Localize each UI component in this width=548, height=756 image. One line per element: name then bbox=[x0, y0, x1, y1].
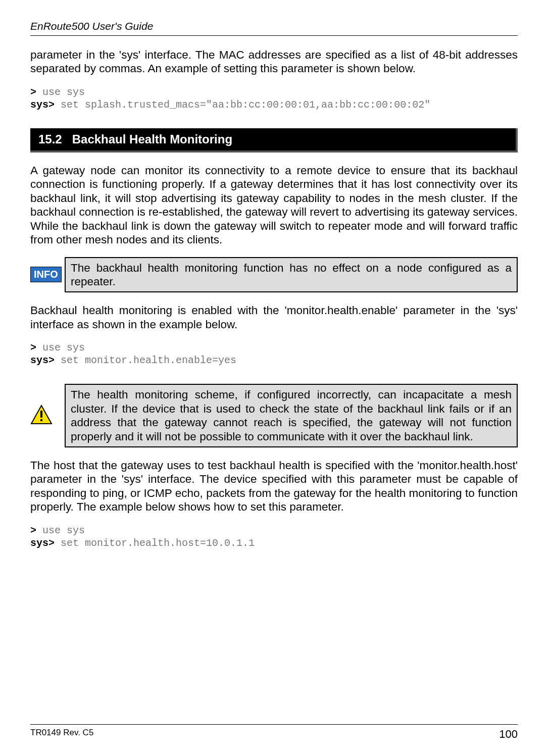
svg-rect-1 bbox=[40, 411, 42, 418]
info-icon: INFO bbox=[30, 257, 65, 293]
svg-rect-2 bbox=[40, 419, 42, 421]
paragraph-1: A gateway node can monitor its connectiv… bbox=[30, 164, 518, 247]
info-callout: INFO The backhaul health monitoring func… bbox=[30, 257, 518, 293]
prompt: sys> bbox=[30, 355, 55, 366]
section-number: 15.2 bbox=[38, 132, 62, 146]
command-text: use sys bbox=[36, 525, 85, 536]
document-title: EnRoute500 User's Guide bbox=[30, 20, 518, 32]
header-rule bbox=[30, 35, 518, 36]
prompt: > bbox=[30, 86, 36, 98]
warning-icon bbox=[30, 384, 65, 447]
prompt: > bbox=[30, 525, 36, 536]
info-callout-text: The backhaul health monitoring function … bbox=[65, 257, 518, 293]
section-title: Backhaul Health Monitoring bbox=[72, 132, 232, 146]
page-number: 100 bbox=[499, 728, 518, 741]
command-text: set splash.trusted_macs="aa:bb:cc:00:00:… bbox=[55, 99, 430, 111]
prompt: sys> bbox=[30, 537, 55, 549]
command-text: set monitor.health.enable=yes bbox=[55, 355, 236, 366]
prompt: > bbox=[30, 342, 36, 354]
code-block-trusted-macs: > use sys sys> set splash.trusted_macs="… bbox=[30, 86, 518, 111]
intro-paragraph: parameter in the 'sys' interface. The MA… bbox=[30, 48, 518, 76]
page: EnRoute500 User's Guide parameter in the… bbox=[0, 0, 548, 756]
command-text: use sys bbox=[36, 342, 85, 354]
prompt: sys> bbox=[30, 99, 55, 111]
warning-callout: The health monitoring scheme, if configu… bbox=[30, 384, 518, 447]
code-block-health-enable: > use sys sys> set monitor.health.enable… bbox=[30, 341, 518, 367]
paragraph-2: Backhaul health monitoring is enabled wi… bbox=[30, 304, 518, 331]
page-footer: TR0149 Rev. C5 100 bbox=[30, 724, 518, 741]
paragraph-3: The host that the gateway uses to test b… bbox=[30, 459, 518, 514]
footer-revision: TR0149 Rev. C5 bbox=[30, 728, 93, 741]
command-text: use sys bbox=[36, 86, 85, 98]
info-badge: INFO bbox=[30, 267, 62, 282]
code-block-health-host: > use sys sys> set monitor.health.host=1… bbox=[30, 524, 518, 549]
command-text: set monitor.health.host=10.0.1.1 bbox=[55, 537, 255, 549]
warning-callout-text: The health monitoring scheme, if configu… bbox=[65, 384, 518, 447]
section-heading: 15.2 Backhaul Health Monitoring bbox=[30, 128, 518, 153]
